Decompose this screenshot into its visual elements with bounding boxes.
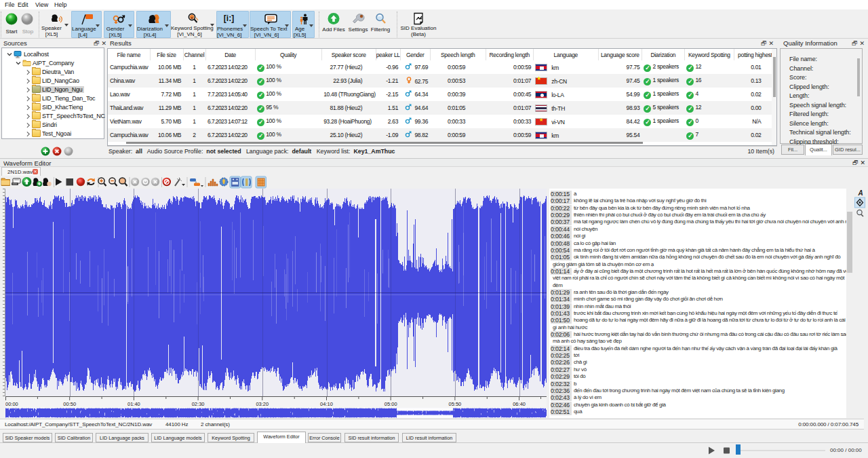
svg-text:05:00: 05:00 bbox=[384, 401, 397, 407]
svg-text:A: A bbox=[857, 189, 863, 197]
svg-text:06:40: 06:40 bbox=[513, 401, 526, 407]
svg-text:04:10: 04:10 bbox=[320, 401, 333, 407]
svg-text:00:50: 00:50 bbox=[63, 401, 76, 407]
svg-text:02:30: 02:30 bbox=[192, 401, 205, 407]
svg-text:01:40: 01:40 bbox=[127, 401, 140, 407]
svg-text:05:50: 05:50 bbox=[449, 401, 462, 407]
svg-text:00:00: 00:00 bbox=[5, 401, 18, 407]
svg-text:03:20: 03:20 bbox=[256, 401, 269, 407]
